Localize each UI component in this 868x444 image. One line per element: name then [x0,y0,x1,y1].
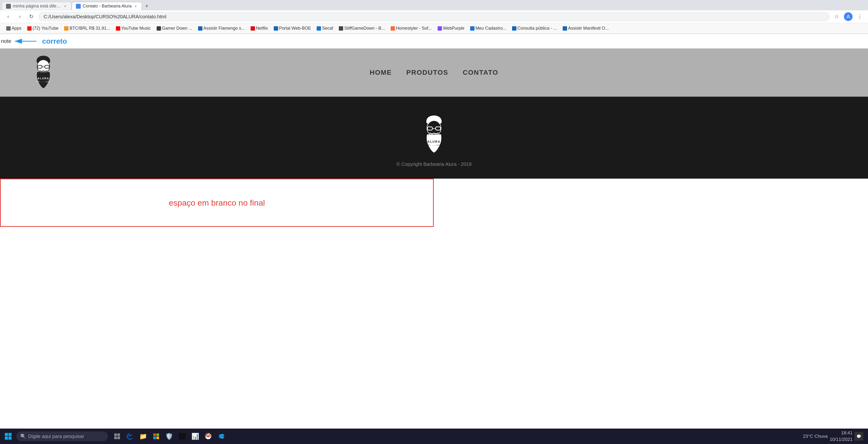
consulta-icon [512,26,517,31]
tab-active[interactable]: Contato - Barbearia Alura × [72,2,142,10]
site-footer: ALURA EST. ---- 2019 © Copyright Barbear… [0,97,868,179]
nav-produtos[interactable]: PRODUTOS [406,69,448,77]
website-container: note correto [0,34,868,227]
reload-button[interactable]: ↻ [27,12,36,21]
bookmark-btc[interactable]: BTC/BRL R$ 31.91... [62,25,112,32]
stiffgame-icon [339,26,343,31]
bookmark-apps[interactable]: Apps [4,25,24,32]
menu-icon[interactable]: ⋮ [856,12,864,21]
bookmark-secaf-label: Secaf [322,26,333,31]
alura-logo-svg: ALURA EST. ---- 2019 [29,53,58,92]
bookmark-youtube[interactable]: (72) YouTube [25,25,61,32]
site-nav: HOME PRODUTOS CONTATO [370,69,498,77]
btc-icon [64,26,68,31]
bookmark-netflix[interactable]: Netflix [248,25,270,32]
assistir-icon [198,26,203,31]
bookmark-homestyler-label: Homestyler - Sof... [396,26,432,31]
bookmark-youtube-label: (72) YouTube [33,26,58,31]
bookmark-apps-label: Apps [11,26,22,31]
bookmark-portal-label: Portal Web-BOE [279,26,311,31]
gamer-icon [157,26,161,31]
annotation-note-text: note [1,38,11,45]
nav-contato[interactable]: CONTATO [463,69,498,77]
svg-text:EST. ---- 2019: EST. ---- 2019 [426,144,442,146]
portal-icon [274,26,278,31]
bookmark-btc-label: BTC/BRL R$ 31.91... [69,26,110,31]
netflix-icon [251,26,255,31]
whitespace-section-wrapper: espaço em branco no final [0,179,868,227]
bookmark-netflix-label: Netflix [256,26,268,31]
webpurple-icon [438,26,442,31]
annotation-row: note correto [0,34,868,49]
bookmark-gamer-label: Gamer Down ... [162,26,192,31]
tab-active-label: Contato - Barbearia Alura [83,4,131,9]
bookmark-ytmusic-label: YouTube Music [121,26,151,31]
svg-text:ALURA: ALURA [38,77,50,80]
bookmark-ytmusic[interactable]: YouTube Music [114,25,153,32]
meucadunico-icon [470,26,474,31]
address-bar-row: ‹ › ↻ ☆ A ⋮ [0,10,868,23]
nav-home[interactable]: HOME [370,69,392,77]
tab-bar: minha página está diferente! :) × × Cont… [0,0,868,10]
site-header: ALURA EST. ---- 2019 HOME PRODUTOS CONTA… [0,49,868,97]
whitespace-annotation-box: espaço em branco no final [0,179,434,227]
tab-close-icon[interactable]: × [63,4,67,8]
tab-active-close-icon[interactable]: × [133,4,138,8]
tab-favicon-active [76,4,81,9]
footer-copyright: © Copyright Barbearia Alura - 2019 [396,161,472,167]
annotation-arrow-svg [12,36,41,47]
bookmark-meucadunico-label: Meu Cadastro... [475,26,506,31]
tab-inactive[interactable]: minha página está diferente! :) × × [2,2,71,10]
secaf-icon [317,26,321,31]
svg-text:EST. ---- 2019: EST. ---- 2019 [36,81,50,83]
bookmark-secaf[interactable]: Secaf [314,25,336,32]
forward-button[interactable]: › [16,12,24,21]
tab-label: minha página está diferente! :) × [13,4,61,9]
annotation-correct-text: correto [42,37,67,45]
bookmark-webpurple-label: WebPurple [443,26,464,31]
browser-chrome: minha página está diferente! :) × × Cont… [0,0,868,34]
ytmusic-icon [116,26,120,31]
bookmark-portal[interactable]: Portal Web-BOE [271,25,313,32]
footer-logo-svg: ALURA EST. ---- 2019 [416,113,452,157]
site-logo: ALURA EST. ---- 2019 [29,53,58,92]
profile-icon[interactable]: A [844,12,852,21]
bookmark-assistir[interactable]: Assistir Flamengo s... [196,25,247,32]
back-button[interactable]: ‹ [4,12,12,21]
youtube-icon [27,26,32,31]
bookmark-icon[interactable]: ☆ [832,12,841,21]
bookmark-assistirmani[interactable]: Assistir Manifestl O... [560,25,611,32]
bookmark-consulta-label: Consulta pública - ... [517,26,557,31]
svg-text:ALURA: ALURA [428,140,441,143]
apps-grid-icon [6,26,10,31]
address-input[interactable] [38,12,830,21]
bookmark-webpurple[interactable]: WebPurple [435,25,467,32]
new-tab-button[interactable]: + [143,2,151,10]
bookmark-stiffgame-label: StiffGameDown - B... [344,26,385,31]
bookmark-consulta[interactable]: Consulta pública - ... [510,25,559,32]
bookmark-assistirmani-label: Assistir Manifestl O... [568,26,609,31]
whitespace-label: espaço em branco no final [169,198,265,208]
bookmark-stiffgame[interactable]: StiffGameDown - B... [336,25,387,32]
bookmark-meucadunico[interactable]: Meu Cadastro... [468,25,509,32]
bookmark-gamer[interactable]: Gamer Down ... [154,25,195,32]
tab-favicon [6,4,11,9]
bookmark-homestyler[interactable]: Homestyler - Sof... [388,25,434,32]
homestyler-icon [391,26,395,31]
assistirmani-icon [563,26,567,31]
bookmarks-bar: Apps (72) YouTube BTC/BRL R$ 31.91... Yo… [0,23,868,34]
bookmark-assistir-label: Assistir Flamengo s... [204,26,245,31]
